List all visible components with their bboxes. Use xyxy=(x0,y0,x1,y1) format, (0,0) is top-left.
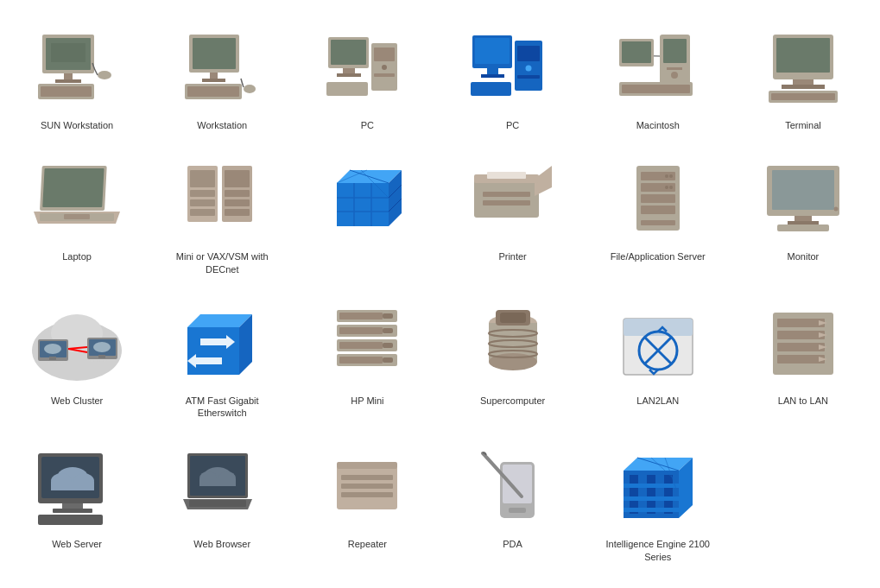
svg-rect-84 xyxy=(641,205,675,214)
svg-rect-10 xyxy=(210,73,218,79)
svg-rect-155 xyxy=(38,515,103,525)
icon-web-server xyxy=(29,445,124,531)
item-blue-cube[interactable] xyxy=(299,149,435,284)
icon-intelligence-engine xyxy=(611,445,706,531)
svg-point-17 xyxy=(382,65,387,70)
item-mini-vax[interactable]: Mini or VAX/VSM with DECnet xyxy=(154,149,290,284)
svg-rect-61 xyxy=(225,209,250,216)
icon-lan-to-lan xyxy=(756,301,851,388)
svg-rect-54 xyxy=(190,190,215,197)
svg-rect-114 xyxy=(339,313,383,319)
item-repeater[interactable]: Repeater xyxy=(299,436,435,572)
item-laptop[interactable]: Laptop xyxy=(9,149,145,284)
svg-rect-79 xyxy=(487,172,526,179)
svg-rect-134 xyxy=(624,319,693,336)
svg-point-102 xyxy=(44,344,61,354)
label-lan-to-lan: LAN to LAN xyxy=(778,395,828,407)
svg-rect-165 xyxy=(341,475,393,480)
label-web-cluster: Web Cluster xyxy=(51,395,103,407)
item-terminal[interactable]: Terminal xyxy=(735,17,871,140)
svg-rect-180 xyxy=(624,508,679,512)
label-lan2lan: LAN2LAN xyxy=(636,395,679,407)
icon-file-server xyxy=(611,157,706,243)
label-hp-mini: HP Mini xyxy=(351,395,383,407)
svg-rect-132 xyxy=(500,313,526,323)
svg-rect-143 xyxy=(777,343,825,351)
svg-rect-168 xyxy=(337,462,397,469)
item-monitor[interactable]: Monitor xyxy=(735,149,871,284)
svg-point-14 xyxy=(244,85,256,93)
item-pc-gray[interactable]: PC xyxy=(299,17,435,140)
icon-sun-workstation xyxy=(29,26,124,112)
label-file-server: File/Application Server xyxy=(611,250,706,262)
svg-rect-53 xyxy=(190,170,215,187)
svg-rect-23 xyxy=(326,82,368,96)
svg-rect-75 xyxy=(483,192,530,197)
item-intelligence-engine[interactable]: Intelligence Engine 2100 Series xyxy=(590,436,726,572)
svg-rect-171 xyxy=(509,508,526,513)
svg-rect-141 xyxy=(777,331,825,339)
icon-repeater xyxy=(320,445,415,531)
svg-point-6 xyxy=(98,71,111,79)
item-atm-switch[interactable]: ATM Fast Gigabit Etherswitch xyxy=(154,293,290,428)
svg-rect-154 xyxy=(53,509,92,513)
svg-marker-110 xyxy=(187,327,239,375)
svg-rect-76 xyxy=(483,200,530,205)
item-file-server[interactable]: File/Application Server xyxy=(590,149,726,284)
svg-point-87 xyxy=(665,186,668,189)
svg-rect-51 xyxy=(64,214,90,219)
svg-rect-145 xyxy=(777,355,825,364)
item-hp-mini[interactable]: HP Mini xyxy=(299,293,435,428)
svg-rect-25 xyxy=(517,46,540,61)
item-lan-to-lan[interactable]: LAN to LAN xyxy=(735,293,871,428)
svg-rect-89 xyxy=(641,220,675,225)
label-macintosh: Macintosh xyxy=(636,119,680,131)
svg-rect-118 xyxy=(339,342,383,349)
svg-point-36 xyxy=(671,72,678,79)
item-pc-blue[interactable]: PC xyxy=(445,17,581,140)
svg-rect-170 xyxy=(503,465,532,503)
svg-rect-103 xyxy=(49,357,56,360)
svg-rect-56 xyxy=(190,209,215,216)
svg-rect-83 xyxy=(641,194,675,203)
svg-rect-32 xyxy=(471,82,511,96)
label-web-browser: Web Browser xyxy=(193,538,250,550)
svg-rect-94 xyxy=(788,221,819,224)
item-web-cluster[interactable]: Web Cluster xyxy=(9,293,145,428)
icon-grid: SUN Workstation Workstation xyxy=(0,0,880,588)
label-pc-gray: PC xyxy=(361,119,374,131)
item-lan2lan[interactable]: LAN2LAN xyxy=(590,293,726,428)
svg-rect-58 xyxy=(225,170,250,187)
svg-rect-153 xyxy=(62,503,83,509)
svg-rect-35 xyxy=(667,67,682,70)
item-sun-workstation[interactable]: SUN Workstation xyxy=(9,17,145,140)
svg-point-86 xyxy=(669,174,673,178)
item-web-server[interactable]: Web Server xyxy=(9,436,145,572)
item-supercomputer[interactable]: Supercomputer xyxy=(445,293,581,428)
icon-pc-blue xyxy=(465,26,560,112)
item-pda[interactable]: PDA xyxy=(445,436,581,572)
svg-rect-29 xyxy=(475,38,510,64)
icon-blue-cube xyxy=(320,157,415,243)
label-pc-blue: PC xyxy=(506,119,519,131)
icon-atm-switch xyxy=(174,301,269,388)
icon-web-cluster xyxy=(29,301,124,388)
icon-web-browser xyxy=(174,445,269,531)
svg-rect-121 xyxy=(383,313,393,319)
svg-rect-123 xyxy=(383,343,393,348)
svg-rect-42 xyxy=(776,38,830,73)
icon-laptop xyxy=(29,157,124,243)
item-web-browser[interactable]: Web Browser xyxy=(154,436,290,572)
label-sun-workstation: SUN Workstation xyxy=(41,119,113,131)
svg-rect-60 xyxy=(225,199,250,206)
label-pda: PDA xyxy=(503,538,522,550)
svg-rect-166 xyxy=(341,484,393,489)
item-workstation[interactable]: Workstation xyxy=(154,17,290,140)
label-printer: Printer xyxy=(498,250,526,262)
svg-rect-139 xyxy=(777,319,825,327)
svg-rect-161 xyxy=(199,479,236,486)
item-printer[interactable]: Printer xyxy=(445,149,581,284)
item-macintosh[interactable]: Macintosh xyxy=(590,17,726,140)
svg-rect-152 xyxy=(51,482,94,490)
icon-pda xyxy=(465,445,560,531)
